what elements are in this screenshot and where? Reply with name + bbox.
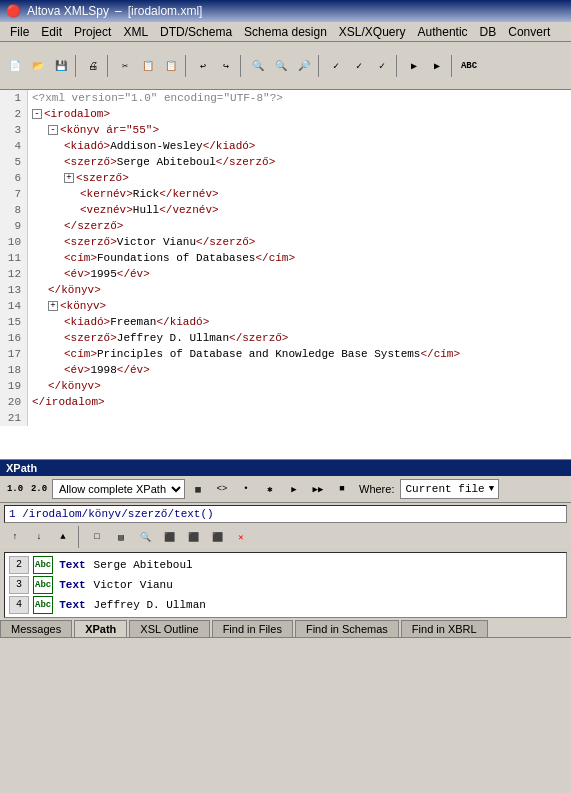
res-btn1[interactable]: ↑	[4, 526, 26, 548]
xpath-btn-go[interactable]: ▶	[283, 478, 305, 500]
tb-find[interactable]: 🔍	[247, 55, 269, 77]
menu-edit[interactable]: Edit	[35, 24, 68, 40]
tree-toggle-icon[interactable]: -	[48, 125, 58, 135]
line-content[interactable]: <év>1995</év>	[28, 266, 571, 282]
bottom-tab-find-in-files[interactable]: Find in Files	[212, 620, 293, 637]
bottom-tab-xsl-outline[interactable]: XSL Outline	[129, 620, 209, 637]
res-btn3[interactable]: ▲	[52, 526, 74, 548]
menu-schema-design[interactable]: Schema design	[238, 24, 333, 40]
tb-new[interactable]: 📄	[4, 55, 26, 77]
line-content[interactable]: </irodalom>	[28, 394, 571, 410]
tb-paste[interactable]: 📋	[160, 55, 182, 77]
tb-print[interactable]: 🖨	[82, 55, 104, 77]
menu-db[interactable]: DB	[474, 24, 503, 40]
tb-copy[interactable]: 📋	[137, 55, 159, 77]
line-content[interactable]: <kernév>Rick</kernév>	[28, 186, 571, 202]
line-content[interactable]: -<könyv ár="55">	[28, 122, 571, 138]
tree-toggle-icon[interactable]: +	[48, 301, 58, 311]
line-number: 1	[0, 90, 28, 106]
tb-cut[interactable]: ✂	[114, 55, 136, 77]
xml-text: <irodalom>	[44, 108, 110, 120]
res-sep	[78, 526, 82, 548]
tb-xml1[interactable]: ▶	[403, 55, 425, 77]
xpath-btn-grid[interactable]: ▦	[187, 478, 209, 500]
xpath-btn-stop[interactable]: ■	[331, 478, 353, 500]
menu-convert[interactable]: Convert	[502, 24, 556, 40]
title-bar: 🔴 Altova XMLSpy – [irodalom.xml]	[0, 0, 571, 22]
line-content[interactable]: </könyv>	[28, 378, 571, 394]
xpath-result-row[interactable]: 3AbcTextVictor Vianu	[7, 575, 564, 595]
line-content[interactable]: <szerző>Jeffrey D. Ullman</szerző>	[28, 330, 571, 346]
bottom-tab-xpath[interactable]: XPath	[74, 620, 127, 637]
menu-project[interactable]: Project	[68, 24, 117, 40]
xml-line: 14+<könyv>	[0, 298, 571, 314]
result-value: Jeffrey D. Ullman	[94, 597, 206, 613]
xml-editor[interactable]: 1<?xml version="1.0" encoding="UTF-8"?>2…	[0, 90, 571, 459]
line-content[interactable]: <cím>Foundations of Databases</cím>	[28, 250, 571, 266]
tb-xml2[interactable]: ▶	[426, 55, 448, 77]
menu-xml[interactable]: XML	[117, 24, 154, 40]
xpath-result-row[interactable]: 4AbcTextJeffrey D. Ullman	[7, 595, 564, 615]
xpath-btn-go2[interactable]: ▶▶	[307, 478, 329, 500]
line-content[interactable]: <cím>Principles of Database and Knowledg…	[28, 346, 571, 362]
tb-check3[interactable]: ✓	[371, 55, 393, 77]
xpath-tb-btn1[interactable]: 1.0	[4, 478, 26, 500]
tree-toggle-icon[interactable]: +	[64, 173, 74, 183]
xpath-result-row[interactable]: 2AbcTextSerge Abiteboul	[7, 555, 564, 575]
res-btn5[interactable]: ▤	[110, 526, 132, 548]
line-content[interactable]: <kiadó>Addison-Wesley</kiadó>	[28, 138, 571, 154]
bottom-tab-find-in-xbrl[interactable]: Find in XBRL	[401, 620, 488, 637]
tb-find2[interactable]: 🔍	[270, 55, 292, 77]
tb-check2[interactable]: ✓	[348, 55, 370, 77]
tb-save[interactable]: 💾	[50, 55, 72, 77]
line-content[interactable]: <év>1998</év>	[28, 362, 571, 378]
res-btn8[interactable]: ⬛	[182, 526, 204, 548]
line-content[interactable]: <szerző>Serge Abiteboul</szerző>	[28, 154, 571, 170]
res-btn9[interactable]: ⬛	[206, 526, 228, 548]
line-content[interactable]: <veznév>Hull</veznév>	[28, 202, 571, 218]
xml-line: 7<kernév>Rick</kernév>	[0, 186, 571, 202]
tree-toggle-icon[interactable]: -	[32, 109, 42, 119]
res-btn2[interactable]: ↓	[28, 526, 50, 548]
line-content[interactable]: <?xml version="1.0" encoding="UTF-8"?>	[28, 90, 571, 106]
res-btn7[interactable]: ⬛	[158, 526, 180, 548]
xml-line: 20</irodalom>	[0, 394, 571, 410]
menu-xsl[interactable]: XSL/XQuery	[333, 24, 412, 40]
menu-authentic[interactable]: Authentic	[412, 24, 474, 40]
res-btn-x[interactable]: ✕	[230, 526, 252, 548]
res-btn4[interactable]: □	[86, 526, 108, 548]
line-content[interactable]: -<irodalom>	[28, 106, 571, 122]
line-number: 21	[0, 410, 28, 426]
line-number: 10	[0, 234, 28, 250]
line-content[interactable]: </szerző>	[28, 218, 571, 234]
xpath-btn-lt[interactable]: <>	[211, 478, 233, 500]
xml-text: </könyv>	[48, 380, 101, 392]
xpath-input[interactable]: 1 /irodalom/könyv/szerző/text()	[4, 505, 567, 523]
line-content[interactable]: <szerző>Victor Vianu</szerző>	[28, 234, 571, 250]
where-arrow-icon: ▼	[489, 484, 494, 494]
xpath-dropdown[interactable]: Allow complete XPath	[52, 479, 185, 499]
tb-undo[interactable]: ↩	[192, 55, 214, 77]
line-content[interactable]: </könyv>	[28, 282, 571, 298]
line-content[interactable]: +<szerző>	[28, 170, 571, 186]
xml-text: </irodalom>	[32, 396, 105, 408]
menu-file[interactable]: File	[4, 24, 35, 40]
tb-abc[interactable]: ABC	[458, 55, 480, 77]
xml-text: </könyv>	[48, 284, 101, 296]
line-content[interactable]	[28, 410, 571, 426]
tb-find3[interactable]: 🔎	[293, 55, 315, 77]
tb-check[interactable]: ✓	[325, 55, 347, 77]
xpath-btn-dot[interactable]: •	[235, 478, 257, 500]
res-btn6[interactable]: 🔍	[134, 526, 156, 548]
tb-redo[interactable]: ↪	[215, 55, 237, 77]
line-content[interactable]: +<könyv>	[28, 298, 571, 314]
bottom-tab-find-in-schemas[interactable]: Find in Schemas	[295, 620, 399, 637]
menu-dtd[interactable]: DTD/Schema	[154, 24, 238, 40]
xpath-btn-star[interactable]: ✱	[259, 478, 281, 500]
line-content[interactable]: <kiadó>Freeman</kiadó>	[28, 314, 571, 330]
tb-open[interactable]: 📂	[27, 55, 49, 77]
bottom-tab-messages[interactable]: Messages	[0, 620, 72, 637]
line-number: 11	[0, 250, 28, 266]
xpath-tb-btn2[interactable]: 2.0	[28, 478, 50, 500]
where-dropdown[interactable]: Current file ▼	[400, 479, 499, 499]
